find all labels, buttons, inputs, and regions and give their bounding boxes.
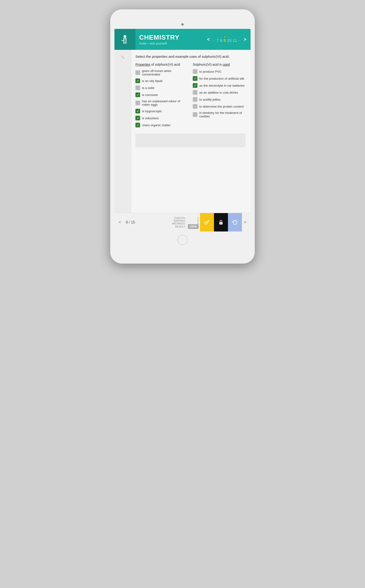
use-label-5: to acidify jellies — [199, 98, 220, 101]
use-item-5[interactable]: to acidify jellies — [193, 97, 246, 102]
property-item-6[interactable]: is hygroscopic — [135, 109, 188, 113]
properties-column: Properties of sulphuric(VI) acid gives o… — [135, 63, 188, 130]
use-label-4: as an additive in cola drinks — [199, 91, 238, 94]
content-area: ✎ Select the properties and example uses… — [114, 50, 251, 213]
footer-page: 9 / 15 — [123, 220, 138, 225]
student-icon — [120, 34, 130, 44]
use-item-2[interactable]: for the production of artificial silk — [193, 76, 246, 81]
use-item-4[interactable]: as an additive in cola drinks — [193, 90, 246, 95]
property-item-3[interactable]: is a solid — [135, 85, 188, 90]
checks-value: 1 — [186, 217, 199, 219]
tablet-screen: CHEMISTRY Acids – test yourself! < ... ☆… — [114, 29, 251, 232]
columns: Properties of sulphuric(VI) acid gives o… — [135, 63, 246, 130]
property-label-8: chars organic matter — [142, 123, 171, 127]
nav-page-8[interactable]: ☆ 8 — [220, 36, 222, 43]
svg-line-10 — [208, 221, 209, 222]
svg-rect-3 — [126, 39, 126, 42]
errors-label: ERRORS: — [172, 219, 186, 222]
errors-value: 0 — [186, 219, 199, 222]
use-checkbox-4[interactable] — [193, 90, 197, 95]
property-label-5: has an unpleasant odour of rotten eggs — [142, 99, 188, 106]
property-item-8[interactable]: chars organic matter — [135, 123, 188, 127]
app-icon-box — [114, 29, 135, 50]
use-checkbox-1[interactable] — [193, 69, 197, 74]
footer: < 9 / 15 CHECKS: 1 ERRORS: 0 MISTAKES: 9 — [114, 213, 251, 232]
checkbox-1[interactable] — [135, 70, 140, 75]
nav-dots-left: ... — [213, 38, 215, 41]
home-button[interactable] — [177, 235, 188, 245]
nav-page-11[interactable]: ☆ 11 — [233, 36, 237, 43]
use-label-3: as the electrolyte in car batteries — [199, 84, 245, 87]
svg-point-12 — [221, 223, 221, 224]
svg-point-7 — [205, 221, 207, 224]
uses-column: Sulphuric(VI) acid is used to produce PV… — [193, 63, 246, 130]
property-label-6: is hygroscopic — [142, 109, 162, 113]
property-item-7[interactable]: is odourless — [135, 116, 188, 120]
use-checkbox-2[interactable] — [193, 76, 197, 81]
app-subtitle: Acids – test yourself! — [139, 42, 199, 45]
result-badge: 100% — [188, 224, 199, 229]
svg-rect-4 — [124, 42, 125, 44]
svg-rect-6 — [122, 40, 124, 41]
svg-point-0 — [124, 35, 126, 38]
property-item-5[interactable]: has an unpleasant odour of rotten eggs — [135, 99, 188, 106]
uses-title: Sulphuric(VI) acid is used — [193, 63, 246, 66]
use-checkbox-6[interactable] — [193, 104, 197, 109]
footer-stats: CHECKS: 1 ERRORS: 0 MISTAKES: 9 RESULT: — [138, 217, 200, 228]
properties-title: Properties of sulphuric(VI) acid — [135, 63, 188, 66]
key-button[interactable] — [200, 213, 214, 232]
property-item-4[interactable]: is corrosive — [135, 92, 188, 97]
nav-dots-right: ... — [238, 38, 241, 41]
lock-icon — [218, 220, 224, 225]
use-label-2: for the production of artificial silk — [199, 77, 244, 80]
header-title-box: CHEMISTRY Acids – test yourself! — [135, 31, 203, 48]
checkbox-6[interactable] — [135, 109, 140, 113]
use-item-6[interactable]: to determine the protein content — [193, 104, 246, 109]
reset-icon — [232, 219, 238, 226]
use-label-1: to produce PVC — [199, 70, 221, 73]
nav-page-9[interactable]: ★ 9 — [224, 36, 226, 43]
reset-button[interactable] — [228, 213, 242, 232]
checkbox-3[interactable] — [135, 85, 140, 90]
question-text: Select the properties and example uses o… — [135, 55, 246, 58]
footer-next-button[interactable]: > — [242, 218, 248, 226]
use-item-3[interactable]: as the electrolyte in car batteries — [193, 83, 246, 88]
pencil-icon: ✎ — [121, 55, 125, 61]
checkbox-7[interactable] — [135, 116, 140, 120]
use-checkbox-7[interactable] — [193, 112, 197, 117]
use-item-1[interactable]: to produce PVC — [193, 69, 246, 74]
svg-rect-1 — [123, 38, 127, 39]
checkbox-8[interactable] — [135, 123, 140, 127]
property-label-1: gives off fumes when concentrated — [142, 69, 188, 76]
checkbox-2[interactable] — [135, 78, 140, 83]
use-checkbox-3[interactable] — [193, 83, 197, 88]
nav-next-button[interactable]: > — [242, 36, 248, 43]
use-item-7[interactable]: in dentistry for the treatment of caviti… — [193, 111, 246, 118]
property-label-2: is an oily liquid — [142, 79, 162, 83]
app-title: CHEMISTRY — [139, 34, 199, 41]
checkbox-4[interactable] — [135, 92, 140, 97]
nav-page-7[interactable]: ☆ 7 — [217, 36, 219, 43]
footer-buttons — [200, 213, 242, 232]
mistakes-label: MISTAKES: — [172, 222, 186, 225]
use-label-7: in dentistry for the treatment of caviti… — [199, 111, 246, 118]
nav-page-10[interactable]: ☆ 10 — [227, 36, 232, 43]
property-item-2[interactable]: is an oily liquid — [135, 78, 188, 83]
nav-prev-button[interactable]: < — [206, 36, 211, 43]
svg-rect-5 — [125, 42, 126, 44]
tablet-camera — [181, 23, 184, 26]
use-checkbox-5[interactable] — [193, 97, 197, 102]
property-item-1[interactable]: gives off fumes when concentrated — [135, 69, 188, 76]
result-label: RESULT: — [172, 225, 186, 228]
use-label-6: to determine the protein content — [199, 105, 244, 108]
svg-line-9 — [209, 221, 209, 221]
answer-box — [135, 133, 246, 147]
main-content: Select the properties and example uses o… — [131, 50, 251, 213]
checkbox-5[interactable] — [135, 101, 140, 105]
header-nav: < ... ☆ 7 ☆ 8 ★ 9 ☆ — [203, 36, 251, 43]
footer-prev-button[interactable]: < — [117, 218, 123, 226]
property-label-7: is odourless — [142, 116, 159, 120]
checks-label: CHECKS: — [172, 217, 186, 219]
property-label-3: is a solid — [142, 86, 154, 90]
lock-button[interactable] — [214, 213, 228, 232]
